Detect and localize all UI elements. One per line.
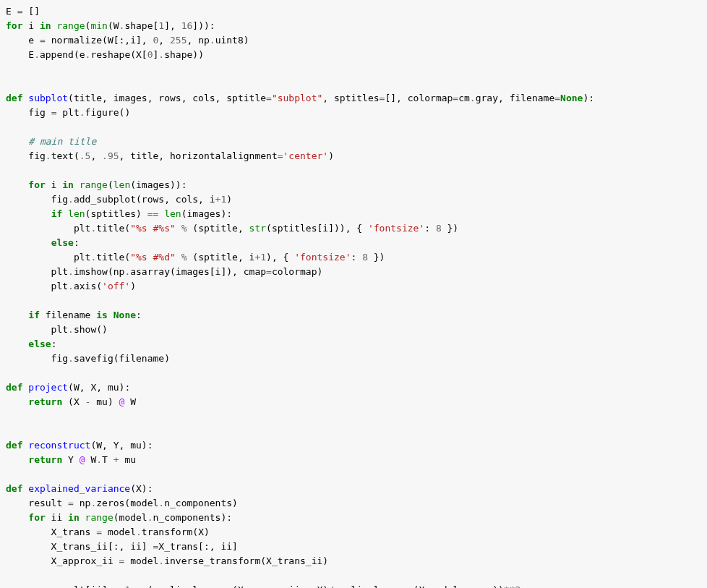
code-cell: E = [] for i in range(min(W.shape[1], 16…: [0, 0, 707, 588]
code-content: E = [] for i in range(min(W.shape[1], 16…: [6, 6, 594, 588]
